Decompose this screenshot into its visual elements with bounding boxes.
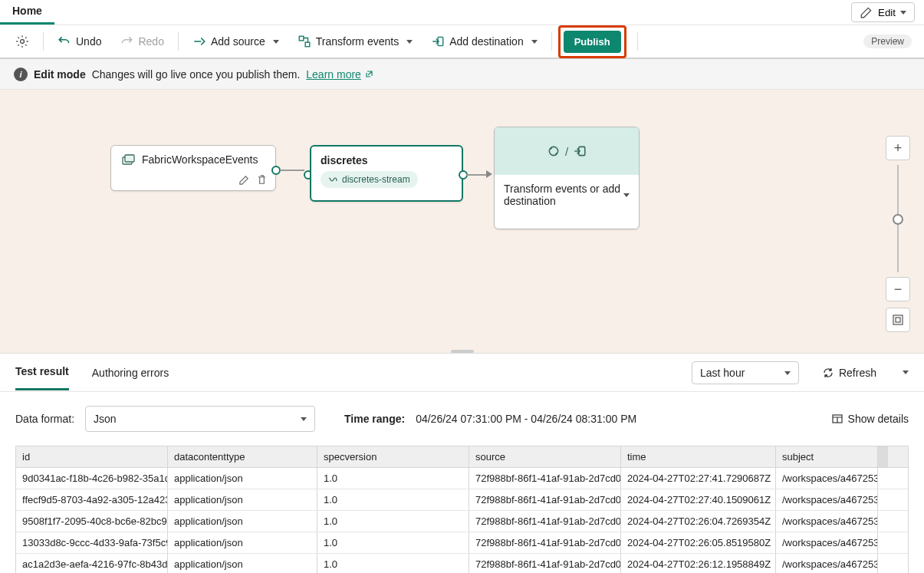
- cell-time: 2024-04-27T02:27:41.7290687Z: [621, 468, 776, 489]
- grid-body[interactable]: 9d0341ac-f18b-4c26-b982-35a1d1fapplicati…: [16, 468, 908, 573]
- add-source-icon: [192, 35, 206, 48]
- svg-rect-9: [896, 318, 900, 322]
- zoom-slider[interactable]: [897, 165, 899, 272]
- cell-subj: /workspaces/a467253e-: [776, 511, 878, 532]
- tab-authoring-errors[interactable]: Authoring errors: [92, 356, 169, 390]
- cell-src: 72f988bf-86f1-41af-91ab-2d7cd01: [469, 554, 621, 573]
- pencil-icon[interactable]: [238, 174, 250, 186]
- cell-subj: /workspaces/a467253e-: [776, 532, 878, 553]
- chevron-down-icon: [900, 11, 906, 15]
- tab-test-result[interactable]: Test result: [15, 354, 69, 390]
- pencil-icon: [860, 5, 873, 19]
- cell-dct: application/json: [168, 532, 317, 553]
- destination-text: Transform events or add destination: [504, 183, 620, 207]
- zoom-in-button[interactable]: +: [886, 136, 910, 160]
- add-destination-icon: [431, 35, 445, 48]
- chevron-down-icon: [623, 193, 630, 197]
- table-row[interactable]: 13033d8c-9ccc-4d33-9afa-73f5c95applicati…: [16, 532, 908, 554]
- refresh-label: Refresh: [839, 367, 876, 379]
- trash-icon[interactable]: [256, 174, 268, 186]
- data-format-select[interactable]: Json: [85, 406, 315, 432]
- redo-button: Redo: [112, 30, 171, 53]
- add-destination-button[interactable]: Add destination: [423, 30, 545, 53]
- edge: [280, 170, 304, 171]
- chevron-down-icon: [784, 371, 791, 375]
- resize-handle[interactable]: [451, 350, 474, 353]
- zoom-out-button[interactable]: −: [886, 277, 910, 301]
- time-range-select[interactable]: Last hour: [692, 361, 799, 384]
- svg-rect-8: [893, 315, 903, 324]
- cell-sv: 1.0: [317, 489, 469, 510]
- dest-head-sep: /: [565, 145, 568, 158]
- col-header-subject[interactable]: subject: [776, 446, 878, 467]
- chevron-down-icon: [301, 417, 307, 421]
- source-node-title: FabricWorkspaceEvents: [142, 153, 258, 166]
- notice-text: Changes will go live once you publish th…: [92, 68, 301, 81]
- col-header-specversion[interactable]: specversion: [317, 446, 469, 467]
- cell-time: 2024-04-27T02:26:04.7269354Z: [621, 511, 776, 532]
- cell-time: 2024-04-27T02:26:05.8519580Z: [621, 532, 776, 553]
- publish-button[interactable]: Publish: [564, 31, 621, 53]
- edit-button-label: Edit: [878, 7, 896, 18]
- refresh-button[interactable]: Refresh: [822, 367, 876, 379]
- learn-more-link[interactable]: Learn more: [306, 68, 373, 81]
- fit-to-screen-button[interactable]: [886, 308, 910, 332]
- col-header-source[interactable]: source: [469, 446, 621, 467]
- cell-id: ffecf9d5-8703-4a92-a305-12a423b: [16, 489, 168, 510]
- external-link-icon: [364, 70, 373, 79]
- source-node[interactable]: FabricWorkspaceEvents: [110, 145, 276, 191]
- collapse-panel-button[interactable]: [903, 370, 909, 374]
- cell-subj: /workspaces/a467253e-: [776, 489, 878, 510]
- col-header-datacontenttype[interactable]: datacontenttype: [168, 446, 317, 467]
- data-format-value: Json: [94, 413, 117, 425]
- redo-icon: [120, 35, 133, 48]
- data-grid: id datacontenttype specversion source ti…: [15, 446, 909, 573]
- destination-node[interactable]: / Transform events or add destination: [494, 127, 640, 229]
- table-row[interactable]: ac1a2d3e-aefa-4216-97fc-8b43d70applicati…: [16, 554, 908, 573]
- cell-src: 72f988bf-86f1-41af-91ab-2d7cd01: [469, 489, 621, 510]
- cell-id: 9508f1f7-2095-40c8-bc6e-82bc942: [16, 511, 168, 532]
- table-row[interactable]: 9d0341ac-f18b-4c26-b982-35a1d1fapplicati…: [16, 468, 908, 489]
- col-header-time[interactable]: time: [621, 446, 776, 467]
- add-source-button[interactable]: Add source: [185, 30, 287, 53]
- chevron-down-icon: [406, 40, 413, 44]
- cell-time: 2024-04-27T02:27:40.1509061Z: [621, 489, 776, 510]
- time-range-label: Time range:: [344, 413, 405, 425]
- time-range-value: 04/26/24 07:31:00 PM - 04/26/24 08:31:00…: [416, 413, 636, 425]
- edit-button[interactable]: Edit: [851, 2, 915, 22]
- table-row[interactable]: ffecf9d5-8703-4a92-a305-12a423bapplicati…: [16, 489, 908, 511]
- table-row[interactable]: 9508f1f7-2095-40c8-bc6e-82bc942applicati…: [16, 511, 908, 532]
- cell-sv: 1.0: [317, 511, 469, 532]
- settings-button[interactable]: [8, 30, 37, 53]
- details-icon: [831, 413, 843, 425]
- zoom-slider-thumb[interactable]: [893, 214, 903, 225]
- destination-icon: [573, 144, 587, 158]
- canvas[interactable]: FabricWorkspaceEvents discretes discrete…: [0, 90, 924, 354]
- cell-dct: application/json: [168, 489, 317, 510]
- cell-id: ac1a2d3e-aefa-4216-97fc-8b43d70: [16, 554, 168, 573]
- transform-events-label: Transform events: [316, 35, 399, 48]
- refresh-icon: [822, 367, 834, 379]
- svg-point-0: [21, 40, 25, 44]
- cell-src: 72f988bf-86f1-41af-91ab-2d7cd01: [469, 532, 621, 553]
- cell-subj: /workspaces/a467253e-: [776, 554, 878, 573]
- undo-button[interactable]: Undo: [50, 30, 109, 53]
- info-icon: i: [14, 68, 28, 81]
- cell-dct: application/json: [168, 468, 317, 489]
- stream-node[interactable]: discretes discretes-stream: [310, 145, 463, 202]
- chevron-down-icon: [273, 40, 279, 44]
- add-source-label: Add source: [211, 35, 265, 48]
- notice-title: Edit mode: [34, 68, 86, 81]
- data-format-label: Data format:: [15, 413, 74, 425]
- col-header-id[interactable]: id: [16, 446, 168, 467]
- show-details-button[interactable]: Show details: [831, 413, 909, 425]
- transform-events-button[interactable]: Transform events: [290, 30, 420, 53]
- learn-more-label: Learn more: [306, 68, 361, 81]
- cell-sv: 1.0: [317, 532, 469, 553]
- tab-home[interactable]: Home: [0, 0, 54, 25]
- undo-icon: [58, 35, 71, 48]
- transform-icon: [547, 144, 561, 158]
- stream-pill-label: discretes-stream: [342, 174, 410, 185]
- svg-point-6: [549, 147, 557, 155]
- preview-pill: Preview: [863, 35, 912, 48]
